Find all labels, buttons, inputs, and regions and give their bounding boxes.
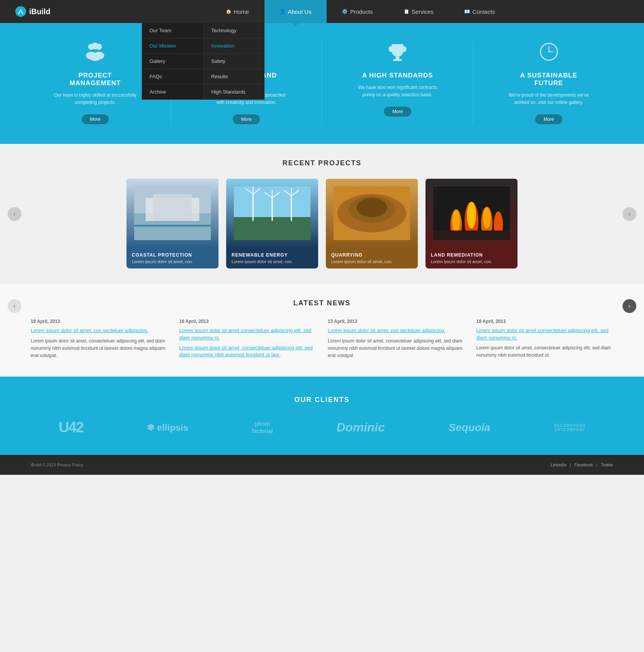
dropdown-gallery[interactable]: Gallery [142, 54, 203, 69]
dropdown-col-left: Our Team Our Mission Gallery FAQs Archiv… [142, 23, 203, 100]
news-link-3[interactable]: Lorem ipsum dolor sit amet, con sectetue… [328, 327, 465, 334]
hero-item-3: A HIGH STANDARDS We have also won signif… [355, 42, 440, 117]
svg-point-47 [452, 209, 460, 232]
dropdown-faqs[interactable]: FAQs [142, 69, 203, 84]
news-item-4: 18 April, 2013 Lorem ipsum dolor sit ame… [476, 319, 614, 361]
footer-links: Linkedin | Facebook | Twitter [551, 463, 613, 467]
project-desc-1: Lorem ipsum dolor sit amet, con. [132, 259, 213, 264]
news-text-4: Lorem ipsum dolor sit amet, consectetuer… [476, 344, 614, 359]
news-link-2[interactable]: Lorem ipsum dolor sit amet consectetuer … [179, 327, 317, 341]
nav-home-label: Home [234, 8, 249, 15]
hero-btn-2[interactable]: More [232, 114, 260, 125]
home-icon: 🏠 [226, 9, 232, 14]
footer: iBuild © 2013 Privacy Policy Linkedin | … [0, 455, 644, 475]
project-desc-3: Lorem ipsum dolor sit amet, con. [331, 259, 412, 264]
nav-home[interactable]: 🏠 Home [210, 0, 264, 23]
project-info-3: QUARRYING Lorem ipsum dolor sit amet, co… [326, 248, 418, 268]
project-name-4: LAND REMEDIATION [431, 252, 512, 258]
hero-btn-1[interactable]: More [81, 114, 109, 125]
client-logo-secondhand: SECONDHANDARTCOMPANY [554, 423, 585, 432]
svg-point-49 [467, 202, 476, 229]
hero-title-1: PROJECT MANAGEMENT [53, 72, 137, 87]
logo-icon [15, 6, 26, 17]
project-name-3: QUARRYING [331, 252, 412, 258]
nav-contacts-label: Contacts [472, 8, 495, 15]
hero-item-1: PROJECT MANAGEMENT Our team is highly sk… [53, 42, 137, 125]
nav-contacts[interactable]: 📧 Contacts [449, 0, 510, 23]
news-grid: 18 April, 2013 Lorem ipsum dolor sit ame… [31, 319, 613, 361]
person-icon: 👤 [280, 9, 286, 14]
footer-facebook[interactable]: Facebook [575, 463, 593, 467]
recent-projects-title: RECENT PROJECTS [23, 159, 621, 167]
dropdown-results[interactable]: Results [204, 69, 264, 84]
news-date-1: 18 April, 2013 [31, 319, 168, 324]
news-item-3: 13 April, 2013 Lorem ipsum dolor sit ame… [328, 319, 465, 361]
projects-next-button[interactable]: › [623, 207, 636, 221]
project-card-1[interactable]: COASTAL PROTECTION Lorem ipsum dolor sit… [127, 179, 219, 268]
dropdown-col-right: Technology Innovation Safety Results Hig… [203, 23, 264, 100]
news-item-2: 16 April, 2013 Lorem ipsum dolor sit ame… [179, 319, 317, 361]
footer-linkedin[interactable]: Linkedin [551, 463, 567, 467]
project-card-3[interactable]: QUARRYING Lorem ipsum dolor sit amet, co… [326, 179, 418, 268]
client-logo-dominic: Dominic [337, 420, 385, 435]
clients-logos: U42 ❄ ellipsis photofactorial Dominic Se… [31, 419, 613, 436]
nav-about[interactable]: 👤 About Us [264, 0, 327, 23]
news-date-3: 13 April, 2013 [328, 319, 465, 324]
project-info-2: RENEWABLE ENERGY Lorem ipsum dolor sit a… [226, 248, 318, 268]
dropdown-our-team[interactable]: Our Team [142, 23, 203, 38]
news-date-2: 16 April, 2013 [179, 319, 317, 324]
footer-copyright: iBuild © 2013 Privacy Policy [31, 463, 83, 467]
hero-item-4: A SUSTAINABLE FUTURE We're proud of the … [507, 42, 591, 125]
project-card-4[interactable]: LAND REMEDIATION Lorem ipsum dolor sit a… [426, 179, 518, 268]
project-name-1: COASTAL PROTECTION [132, 252, 213, 258]
main-nav: 🏠 Home 👤 About Us ⚙️ Products 📋 Services… [77, 0, 644, 23]
clipboard-icon: 📋 [404, 9, 409, 14]
news-item-1: 18 April, 2013 Lorem ipsum dolor sit ame… [31, 319, 168, 361]
client-logo-u42: U42 [59, 419, 83, 436]
hero-divider-3 [473, 42, 473, 125]
project-name-2: RENEWABLE ENERGY [232, 252, 313, 258]
svg-point-44 [356, 198, 387, 217]
hero-desc-4: We're proud of the developments we've wo… [507, 92, 591, 106]
nav-services-label: Services [412, 8, 434, 15]
clients-section: OUR CLIENTS U42 ❄ ellipsis photofactoria… [0, 377, 644, 455]
news-text-1: Lorem ipsum dolor sit amet, consectetuer… [31, 338, 168, 360]
project-info-4: LAND REMEDIATION Lorem ipsum dolor sit a… [426, 248, 518, 268]
news-next-button[interactable]: › [623, 299, 636, 313]
client-logo-sequoia: Sequoia [449, 421, 490, 434]
projects-grid: COASTAL PROTECTION Lorem ipsum dolor sit… [23, 179, 621, 268]
hero-section: PROJECT MANAGEMENT Our team is highly sk… [0, 23, 644, 144]
project-desc-4: Lorem ipsum dolor sit amet, con. [431, 259, 512, 264]
news-prev-button[interactable]: ‹ [8, 299, 21, 313]
latest-news-section: ‹ LATEST NEWS › 18 April, 2013 Lorem ips… [0, 284, 644, 377]
svg-rect-17 [393, 59, 402, 61]
news-link-2b[interactable]: Lorem ipsum dolor sit amet, consectetuer… [179, 344, 317, 358]
news-link-4[interactable]: Lorem ipsum dolor sit amet consectetuer … [476, 327, 614, 341]
nav-about-label: About Us [288, 8, 312, 15]
project-card-2[interactable]: RENEWABLE ENERGY Lorem ipsum dolor sit a… [226, 179, 318, 268]
dropdown-innovation[interactable]: Innovation [204, 38, 264, 54]
nav-products[interactable]: ⚙️ Products [327, 0, 388, 23]
dropdown-our-mission[interactable]: Our Mission [142, 38, 203, 54]
dropdown-high-standards[interactable]: High Standards [204, 84, 264, 100]
footer-twitter[interactable]: Twitter [601, 463, 613, 467]
dropdown-archive[interactable]: Archive [142, 84, 203, 100]
hero-title-3: A HIGH STANDARDS [355, 72, 440, 79]
latest-news-title: LATEST NEWS [31, 299, 613, 307]
footer-sep-1: | [570, 463, 571, 467]
news-link-1[interactable]: Lorem ipsum dolor sit amet, con sectetue… [31, 327, 168, 334]
dropdown-technology[interactable]: Technology [204, 23, 264, 38]
hero-desc-3: We have also won significant contracts p… [355, 84, 440, 99]
nav-services[interactable]: 📋 Services [388, 0, 449, 23]
projects-prev-button[interactable]: ‹ [8, 207, 21, 221]
hero-btn-4[interactable]: More [535, 114, 563, 125]
clock-icon [507, 42, 591, 66]
hero-title-4: A SUSTAINABLE FUTURE [507, 72, 591, 87]
svg-rect-53 [433, 231, 510, 240]
hero-btn-3[interactable]: More [383, 106, 411, 117]
news-text-3: Lorem ipsum dolor sit amet, consectetuer… [328, 338, 465, 360]
dropdown-safety[interactable]: Safety [204, 54, 264, 69]
hero-divider-2 [322, 42, 322, 125]
news-date-4: 18 April, 2013 [476, 319, 614, 324]
header: iBuild 🏠 Home 👤 About Us ⚙️ Products 📋 S… [0, 0, 644, 23]
